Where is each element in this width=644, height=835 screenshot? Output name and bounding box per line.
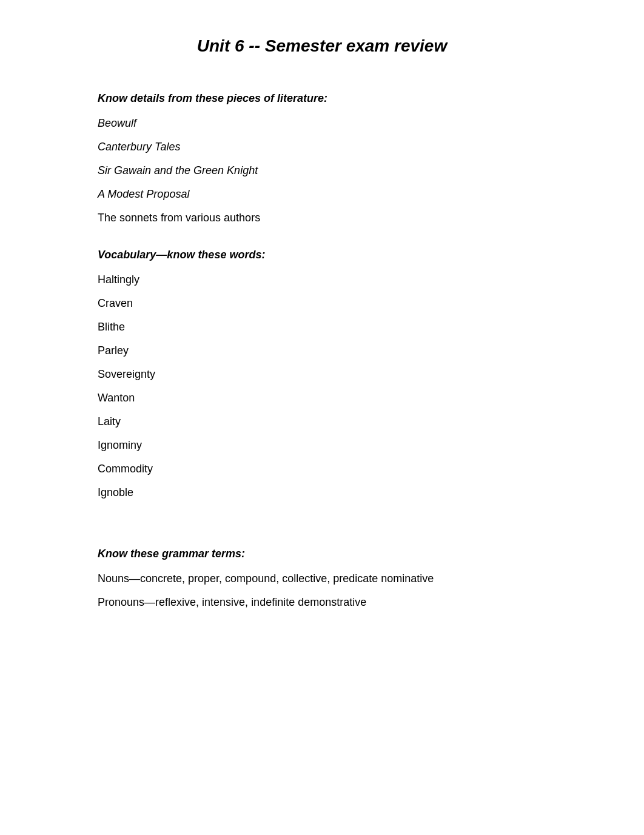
grammar-heading: Know these grammar terms: xyxy=(98,548,546,560)
list-item: Beowulf xyxy=(98,117,546,130)
list-item: Sir Gawain and the Green Knight xyxy=(98,164,546,177)
list-item: Ignoble xyxy=(98,486,546,499)
list-item: Parley xyxy=(98,344,546,357)
list-item: Haltingly xyxy=(98,273,546,286)
list-item: Commodity xyxy=(98,463,546,475)
list-item: Blithe xyxy=(98,321,546,334)
page-container: Unit 6 -- Semester exam review Know deta… xyxy=(49,0,595,669)
list-item: Wanton xyxy=(98,392,546,404)
list-item: Laity xyxy=(98,415,546,428)
grammar-section: Know these grammar terms: Nouns—concrete… xyxy=(98,548,546,609)
vocabulary-section: Vocabulary—know these words: Haltingly C… xyxy=(98,249,546,499)
grammar-item: Pronouns—reflexive, intensive, indefinit… xyxy=(98,596,546,609)
vocabulary-heading: Vocabulary—know these words: xyxy=(98,249,546,261)
list-item: The sonnets from various authors xyxy=(98,212,546,224)
literature-section: Know details from these pieces of litera… xyxy=(98,92,546,224)
list-item: Ignominy xyxy=(98,439,546,452)
list-item: Craven xyxy=(98,297,546,310)
page-title: Unit 6 -- Semester exam review xyxy=(98,36,546,56)
list-item: Sovereignty xyxy=(98,368,546,381)
literature-heading: Know details from these pieces of litera… xyxy=(98,92,546,105)
list-item: A Modest Proposal xyxy=(98,188,546,201)
grammar-item: Nouns—concrete, proper, compound, collec… xyxy=(98,572,546,585)
list-item: Canterbury Tales xyxy=(98,141,546,153)
